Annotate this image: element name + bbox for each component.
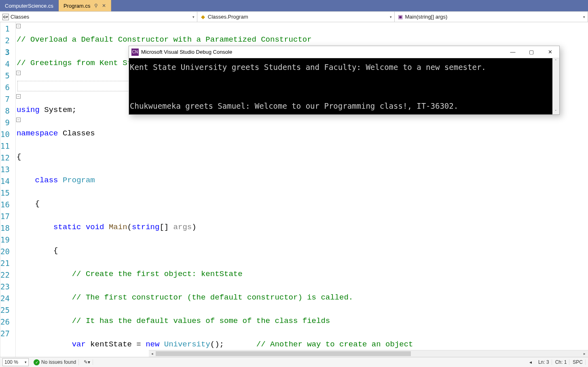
t: using [17,105,40,114]
t: string [132,223,159,232]
t: static void [17,223,109,232]
maximize-button[interactable]: ▢ [522,46,541,58]
tool-dropdown[interactable]: ✎▾ [81,359,93,365]
t: (); [210,340,256,349]
t: System; [40,105,76,114]
t: var [17,340,86,349]
pin-icon[interactable]: ⚲ [94,3,98,8]
line-number: 10 [0,129,15,140]
scroll-down-icon[interactable]: ˅ [555,110,557,114]
t: Main [109,223,127,232]
line-number: 9 [0,117,15,129]
status-right: ◂ Ln: 3 Ch: 1 SPC [529,359,586,365]
t: { [17,152,21,161]
line-number: 26 [0,316,15,328]
nav-scope-dropdown[interactable]: C# Classes ▾ [0,12,197,22]
t: // Another way to create an object [256,340,413,349]
close-button[interactable]: ✕ [541,46,559,58]
indent-mode[interactable]: SPC [570,359,586,365]
nav-member-dropdown[interactable]: ▣ Main(string[] args) ▾ [395,12,588,22]
code-comment: // Overload a Default Constructor with a… [17,35,312,44]
console-line: Chukwuemeka greets Samuel: Welcome to ou… [130,101,458,110]
line-number: 13 [0,164,15,175]
t: Program [63,176,95,185]
zoom-value: 100 % [4,359,18,365]
t: ) [192,223,196,232]
zoom-dropdown[interactable]: 100 % ▾ [2,358,29,366]
line-number: 1 [0,23,15,35]
t: // The first constructor (the default co… [17,293,353,302]
console-title: Microsoft Visual Studio Debug Console [141,49,503,55]
t: { [17,246,58,255]
line-number: 25 [0,304,15,316]
t: args [173,223,192,232]
scroll-thumb[interactable] [156,351,411,356]
scroll-right-icon[interactable]: ▸ [581,352,588,356]
line-number: 24 [0,293,15,304]
t: kentState = [86,340,146,349]
tab-computerscience[interactable]: ComputerScience.cs [0,0,59,11]
nav-class-text: Classes.Program [208,14,390,20]
line-number: 27 [0,328,15,340]
debug-console-window[interactable]: CN Microsoft Visual Studio Debug Console… [129,46,560,115]
console-titlebar[interactable]: CN Microsoft Visual Studio Debug Console… [129,46,559,58]
nav-back-icon[interactable]: ◂ [529,359,532,365]
line-number: 18 [0,222,15,234]
pen-icon: ✎▾ [84,359,90,365]
line-number: 7 [0,93,15,105]
tab-label: ComputerScience.cs [5,3,53,9]
scroll-track[interactable] [156,350,581,357]
line-number: 12 [0,152,15,164]
line-number: 17 [0,211,15,222]
line-number: 6 [0,82,15,93]
line-number: 8 [0,105,15,117]
line-number: 20 [0,246,15,257]
maximize-icon: ▢ [529,49,534,55]
tab-bar: ComputerScience.cs Program.cs ⚲ ✕ [0,0,588,11]
chevron-down-icon: ▾ [25,360,27,364]
t: class [17,176,63,185]
minimize-button[interactable]: — [503,46,522,58]
caret-char[interactable]: Ch: 1 [553,359,570,365]
visualstudio-icon: CN [131,49,139,56]
class-icon: ◆ [200,14,206,20]
scroll-up-icon[interactable]: ˄ [555,59,557,63]
t: University [164,340,210,349]
check-icon: ✓ [34,359,40,365]
tab-label: Program.cs [63,3,90,9]
horizontal-scrollbar[interactable]: ◂ ▸ [149,350,588,357]
chevron-down-icon: ▾ [192,15,195,19]
line-number-gutter: 1 2 3 4 5 6 7 8 9 10 11 12 13 14 15 16 1… [0,22,15,357]
caret-line[interactable]: Ln: 3 [536,359,552,365]
minimize-icon: — [510,49,516,55]
line-number: 21 [0,257,15,269]
line-number: 11 [0,140,15,152]
issues-indicator[interactable]: ✓ No issues found [31,359,79,365]
status-bar: 100 % ▾ ✓ No issues found ✎▾ ◂ Ln: 3 Ch:… [0,357,588,367]
navigation-bar: C# Classes ▾ ◆ Classes.Program ▾ ▣ Main(… [0,11,588,22]
console-body: Kent State University greets Students an… [129,58,559,114]
t: [] [159,223,173,232]
console-output[interactable]: Kent State University greets Students an… [129,58,552,114]
line-number: 19 [0,234,15,246]
t: { [17,199,40,208]
line-number: 2 [0,35,15,46]
scroll-left-icon[interactable]: ◂ [149,352,156,356]
nav-class-dropdown[interactable]: ◆ Classes.Program ▾ [197,12,395,22]
line-number: 14 [0,175,15,187]
t: namespace [17,129,58,138]
line-number: 3 [0,46,15,58]
t: // It has the default values of some of … [17,316,330,325]
console-scrollbar[interactable]: ˄ ˅ [552,58,559,114]
status-left: 100 % ▾ ✓ No issues found ✎▾ [2,358,93,366]
method-icon: ▣ [397,14,404,20]
line-number: 15 [0,187,15,199]
issues-text: No issues found [41,359,76,365]
line-number: 4 [0,58,15,70]
line-number: 22 [0,269,15,281]
close-icon[interactable]: ✕ [102,3,106,8]
chevron-down-icon: ▾ [583,15,585,19]
tab-program-active[interactable]: Program.cs ⚲ ✕ [59,0,111,11]
line-number: 16 [0,199,15,211]
t: Classes [58,129,95,138]
